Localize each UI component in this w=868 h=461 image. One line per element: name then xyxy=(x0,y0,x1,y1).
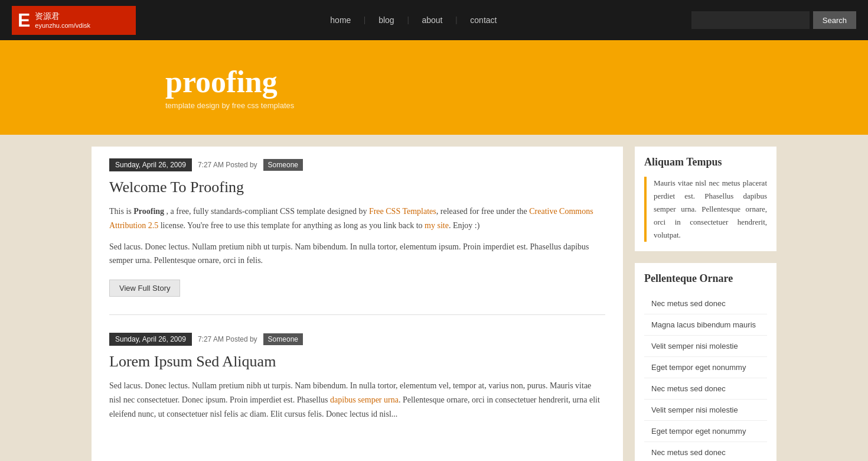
logo-letter: E xyxy=(18,9,30,31)
post-1: Sunday, April 26, 2009 7:27 AM Posted by… xyxy=(109,158,605,315)
post-2-time-author: 7:27 AM Posted by xyxy=(198,335,257,343)
post-1-meta: Sunday, April 26, 2009 7:27 AM Posted by… xyxy=(109,158,605,171)
sidebar: Aliquam Tempus Mauris vitae nisl nec met… xyxy=(635,147,776,461)
logo-text: 资源君 eyunzhu.com/vdisk xyxy=(35,11,90,29)
post-2-title: Lorem Ipsum Sed Aliquam xyxy=(109,353,605,371)
main-nav: home | blog | about | contact xyxy=(136,13,691,27)
site-title: proofing xyxy=(165,65,294,99)
list-item: Eget tempor eget nonummy xyxy=(644,421,767,442)
search-input[interactable] xyxy=(691,11,810,29)
post-1-para-2: Sed lacus. Donec lectus. Nullam pretium … xyxy=(109,240,605,268)
post-1-body: This is Proofing , a free, fully standar… xyxy=(109,204,605,268)
post-2: Sunday, April 26, 2009 7:27 AM Posted by… xyxy=(109,333,605,446)
sidebar-widget-aliquam: Aliquam Tempus Mauris vitae nisl nec met… xyxy=(635,147,776,251)
nav-contact[interactable]: contact xyxy=(463,13,504,27)
sidebar-widget-pellenteque: Pellenteque Ornare Nec metus sed donec M… xyxy=(635,263,776,461)
post-1-link-mysite[interactable]: my site xyxy=(425,221,449,230)
nav-home[interactable]: home xyxy=(323,13,358,27)
banner: proofing template design by free css tem… xyxy=(0,40,868,135)
sidebar-list: Nec metus sed donec Magna lacus bibendum… xyxy=(644,293,767,461)
logo-link[interactable]: E 资源君 eyunzhu.com/vdisk xyxy=(12,6,136,35)
post-1-link-cc[interactable]: Creative Commons Attribution 2.5 xyxy=(109,207,593,230)
post-2-link-1[interactable]: dapibus semper urna xyxy=(330,395,399,404)
nav-sep-3: | xyxy=(456,15,458,25)
list-item: Velit semper nisi molestie xyxy=(644,336,767,357)
post-1-view-full-story[interactable]: View Full Story xyxy=(109,280,180,297)
post-2-body: Sed lacus. Donec lectus. Nullam pretium … xyxy=(109,379,605,421)
list-item: Velit semper nisi molestie xyxy=(644,400,767,421)
post-1-para-1: This is Proofing , a free, fully standar… xyxy=(109,204,605,233)
nav-about[interactable]: about xyxy=(415,13,449,27)
nav-sep-2: | xyxy=(407,15,409,25)
post-2-date: Sunday, April 26, 2009 xyxy=(109,333,192,346)
list-item: Magna lacus bibendum mauris xyxy=(644,314,767,336)
logo-url-text: eyunzhu.com/vdisk xyxy=(35,22,90,29)
header: E 资源君 eyunzhu.com/vdisk home | blog | ab… xyxy=(0,0,868,40)
sidebar-widget-1-quote: Mauris vitae nisl nec metus placerat per… xyxy=(644,177,767,242)
sidebar-widget-2-title: Pellenteque Ornare xyxy=(644,272,767,285)
list-item: Nec metus sed donec xyxy=(644,293,767,314)
search-button[interactable]: Search xyxy=(813,11,856,29)
site-tagline: template design by free css templates xyxy=(165,101,294,110)
post-1-strong: Proofing xyxy=(133,207,164,216)
post-1-title: Welcome To Proofing xyxy=(109,178,605,196)
logo-cn-text: 资源君 xyxy=(35,11,90,22)
main-content: Sunday, April 26, 2009 7:27 AM Posted by… xyxy=(92,147,623,461)
post-1-link-freecss[interactable]: Free CSS Templates xyxy=(369,207,436,216)
list-item: Nec metus sed donec xyxy=(644,378,767,400)
post-2-author: Someone xyxy=(263,333,303,345)
nav-sep-1: | xyxy=(364,15,366,25)
banner-content: proofing template design by free css tem… xyxy=(165,65,294,110)
search-area: Search xyxy=(691,11,856,29)
post-1-author: Someone xyxy=(263,159,303,171)
post-1-date: Sunday, April 26, 2009 xyxy=(109,158,192,171)
logo: E 资源君 eyunzhu.com/vdisk xyxy=(12,6,136,35)
nav-blog[interactable]: blog xyxy=(371,13,401,27)
sidebar-widget-1-title: Aliquam Tempus xyxy=(644,156,767,168)
page-wrapper: Sunday, April 26, 2009 7:27 AM Posted by… xyxy=(80,135,788,461)
list-item: Eget tempor eget nonummy xyxy=(644,357,767,378)
post-2-para-1: Sed lacus. Donec lectus. Nullam pretium … xyxy=(109,379,605,421)
post-1-time-author: 7:27 AM Posted by xyxy=(198,161,257,169)
post-2-meta: Sunday, April 26, 2009 7:27 AM Posted by… xyxy=(109,333,605,346)
list-item: Nec metus sed donec xyxy=(644,442,767,461)
